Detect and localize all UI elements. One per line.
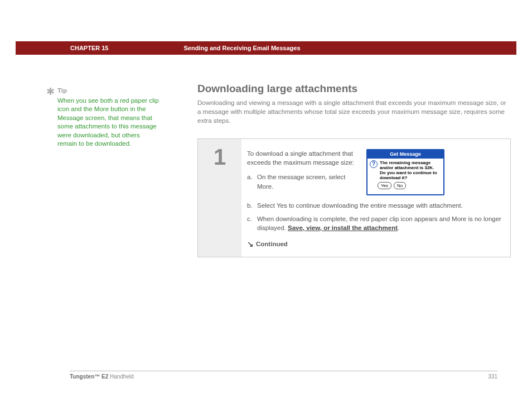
step-box: 1 To download a single attachment that e…	[197, 138, 511, 257]
step-b: Select Yes to continue downloading the e…	[257, 201, 502, 210]
asterisk-icon: ✱	[46, 85, 55, 98]
product-name: Tungsten™ E2 Handheld	[70, 373, 134, 380]
chapter-title: Sending and Receiving Email Messages	[183, 45, 300, 51]
step-lead: To download a single attachment that exc…	[247, 149, 359, 167]
chapter-header: CHAPTER 15 Sending and Receiving Email M…	[16, 41, 516, 55]
yes-button[interactable]: Yes	[378, 182, 391, 189]
continued-text: Continued	[256, 241, 288, 247]
dialog-title: Get Message	[367, 150, 443, 159]
page-footer: Tungsten™ E2 Handheld 331	[70, 371, 497, 380]
product-bold: Tungsten™ E2	[70, 373, 108, 380]
chapter-label: CHAPTER 15	[70, 45, 108, 51]
tip-heading: Tip	[57, 87, 161, 95]
question-icon: ?	[370, 160, 378, 168]
step-content: To download a single attachment that exc…	[241, 139, 510, 256]
list-letter-c: c.	[247, 214, 257, 232]
page-number: 331	[488, 373, 497, 380]
step-c: When downloading is complete, the red pa…	[257, 214, 502, 232]
list-letter-b: b.	[247, 201, 257, 210]
product-rest: Handheld	[108, 373, 134, 380]
no-button[interactable]: No	[394, 182, 406, 189]
step-number-column: 1	[198, 139, 241, 256]
attachment-link[interactable]: Save, view, or install the attachment	[288, 224, 398, 231]
section-heading: Downloading large attachments	[197, 83, 511, 95]
step-number: 1	[198, 145, 241, 170]
dialog-message: The remaining message and/or attachment …	[380, 160, 441, 181]
get-message-dialog: Get Message ? The remaining message and/…	[366, 149, 444, 195]
section-intro: Downloading and viewing a message with a…	[197, 98, 511, 125]
step-a: On the message screen, select More.	[257, 173, 359, 190]
tip-sidebar: ✱ Tip When you see both a red paper clip…	[57, 87, 161, 148]
list-letter-a: a.	[247, 173, 257, 190]
continued-label: ↘Continued	[247, 239, 502, 250]
arrow-down-right-icon: ↘	[247, 239, 254, 250]
main-content: Downloading large attachments Downloadin…	[197, 83, 511, 257]
tip-text: When you see both a red paper clip icon …	[57, 97, 161, 148]
